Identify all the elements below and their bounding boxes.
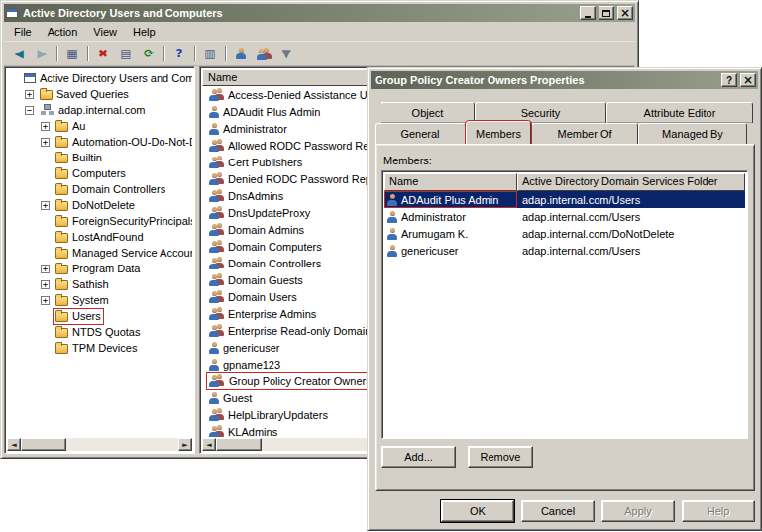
expand-toggle-icon[interactable]: −: [25, 106, 34, 115]
tab-managed-by[interactable]: Managed By: [638, 123, 747, 144]
menu-file[interactable]: File: [6, 24, 40, 40]
tab-attribute-editor[interactable]: Attribute Editor: [606, 102, 753, 123]
tree-scrollbar-track[interactable]: [66, 438, 178, 451]
member-row-adaudit-plus-admin[interactable]: ADAudit Plus Adminadap.internal.com/User…: [384, 191, 745, 208]
title-bar[interactable]: Active Directory Users and Computers: [4, 4, 635, 22]
expand-toggle-icon[interactable]: +: [41, 138, 50, 147]
tree-item-program-data[interactable]: +Program Data: [7, 261, 192, 276]
folder-icon: [40, 90, 53, 100]
tree-node: Domain Controllers: [54, 182, 167, 197]
list-item-content: Domain Admins: [207, 222, 306, 237]
tree-horizontal-scrollbar[interactable]: [7, 438, 192, 451]
member-row-genericuser[interactable]: genericuseradap.internal.com/Users: [384, 242, 745, 259]
tab-object[interactable]: Object: [381, 102, 475, 123]
tree-item-label: Computers: [72, 167, 126, 179]
member-folder-cell: adap.internal.com/Users: [517, 245, 745, 257]
list-item-label: DnsAdmins: [228, 190, 283, 202]
tree-item-users[interactable]: Users: [7, 308, 192, 324]
toolbar-forward-button[interactable]: ▶: [31, 44, 53, 63]
tree-node: DoNotDelete: [54, 198, 137, 213]
tree-item-tpm-devices[interactable]: TPM Devices: [7, 340, 192, 356]
toolbar-back-button[interactable]: ◀: [8, 44, 30, 63]
expand-toggle-icon[interactable]: +: [41, 265, 50, 273]
tree-scroll-left-button[interactable]: [7, 438, 21, 451]
toolbar-help-button[interactable]: ?: [168, 44, 190, 63]
menu-view[interactable]: View: [85, 24, 125, 40]
remove-button[interactable]: Remove: [468, 446, 533, 468]
members-list: Name Active Directory Domain Services Fo…: [381, 170, 748, 439]
tree-item-automation-ou-do-not-delete[interactable]: +Automation-OU-Do-Not-Delete: [7, 134, 192, 150]
minimize-button[interactable]: [580, 6, 596, 20]
user-icon: [209, 342, 219, 354]
tree-node: TPM Devices: [54, 341, 139, 356]
group-icon: [209, 189, 224, 202]
member-folder-cell: adap.internal.com/Users: [517, 211, 745, 223]
toolbar-separator: [87, 46, 88, 61]
toolbar-properties-button[interactable]: ▤: [115, 44, 137, 63]
group-icon-figure: [209, 409, 219, 421]
tree-item-active-directory-users-and-computers[interactable]: Active Directory Users and Computers: [7, 70, 192, 86]
expand-toggle-icon[interactable]: +: [25, 90, 34, 99]
tree-item-lostandfound[interactable]: LostAndFound: [7, 229, 192, 245]
apply-button[interactable]: Apply: [601, 500, 675, 522]
add-button[interactable]: Add...: [381, 446, 456, 468]
tree-item-managed-service-accounts[interactable]: Managed Service Accounts: [7, 245, 192, 261]
tree-scroll-right-button[interactable]: [178, 438, 192, 451]
tree-item-ntds-quotas[interactable]: NTDS Quotas: [7, 324, 192, 340]
help-button[interactable]: Help: [682, 500, 755, 522]
toolbar-show-console-tree-button[interactable]: ▦: [61, 44, 83, 63]
toolbar-delete-button[interactable]: ✖: [92, 44, 114, 63]
cancel-button[interactable]: Cancel: [521, 500, 595, 522]
toolbar-set-filter-button[interactable]: ▼: [275, 44, 297, 63]
expand-toggle-icon[interactable]: +: [41, 280, 50, 289]
tree-item-domain-controllers[interactable]: Domain Controllers: [7, 181, 192, 197]
list-scrollbar-thumb[interactable]: [216, 438, 262, 451]
member-row-administrator[interactable]: Administratoradap.internal.com/Users: [384, 208, 745, 225]
list-item-content: Access-Denied Assistance Users: [207, 87, 389, 102]
toolbar-add-group-button[interactable]: [253, 44, 274, 63]
maximize-button[interactable]: [599, 6, 614, 20]
dialog-close-button[interactable]: [740, 73, 756, 87]
member-row-arumugam-k[interactable]: Arumugam K.adap.internal.com/DoNotDelete: [384, 225, 745, 242]
tree-scrollbar-thumb[interactable]: [21, 438, 66, 451]
tree-item-builtin[interactable]: Builtin: [7, 150, 192, 165]
tree-item-sathish[interactable]: +Sathish: [7, 276, 192, 292]
toolbar-export-list-button[interactable]: ▥: [199, 44, 221, 63]
group-icon: [209, 374, 224, 387]
tree-item-donotdelete[interactable]: +DoNotDelete: [7, 197, 192, 213]
tree-node: Managed Service Accounts: [54, 246, 192, 261]
group-icon-figure: [257, 49, 267, 60]
tree-item-adap-internal-com[interactable]: −adap.internal.com: [7, 102, 192, 118]
tab-members[interactable]: Members: [466, 121, 531, 145]
expand-toggle-icon[interactable]: +: [41, 296, 50, 305]
group-icon-figure: [209, 173, 219, 185]
list-item-label: KLAdmins: [228, 426, 277, 438]
menu-help[interactable]: Help: [125, 24, 163, 40]
tree-item-system[interactable]: +System: [7, 292, 192, 308]
member-name-label: Administrator: [401, 211, 466, 223]
toolbar-refresh-button[interactable]: ⟳: [138, 44, 160, 63]
tab-general[interactable]: General: [375, 123, 466, 144]
tree-item-computers[interactable]: Computers: [7, 165, 192, 181]
user-icon: [387, 228, 397, 240]
dialog-title-bar[interactable]: Group Policy Creator Owners Properties: [371, 71, 758, 89]
member-name-cell: Administrator: [384, 208, 517, 225]
ok-button[interactable]: OK: [441, 500, 514, 522]
list-item-content: Group Policy Creator Owners: [207, 373, 369, 389]
dialog-help-button[interactable]: [721, 73, 737, 87]
tab-security[interactable]: Security: [475, 102, 606, 123]
toolbar-add-user-button[interactable]: [230, 44, 252, 63]
expand-toggle-icon[interactable]: +: [41, 201, 50, 210]
tree-item-au[interactable]: +Au: [7, 118, 192, 134]
members-name-column-header[interactable]: Name: [384, 173, 517, 191]
member-folder-cell: adap.internal.com/Users: [517, 194, 745, 206]
menu-bar: FileActionViewHelp: [4, 22, 635, 42]
members-folder-column-header[interactable]: Active Directory Domain Services Folder: [517, 173, 745, 191]
tab-member-of[interactable]: Member Of: [531, 123, 638, 144]
menu-action[interactable]: Action: [40, 24, 86, 40]
tree-item-foreignsecurityprincipals[interactable]: ForeignSecurityPrincipals: [7, 213, 192, 229]
tree-item-saved-queries[interactable]: +Saved Queries: [7, 86, 192, 102]
list-scroll-left-button[interactable]: [202, 438, 216, 451]
expand-toggle-icon[interactable]: +: [41, 122, 50, 131]
close-button[interactable]: [617, 6, 633, 20]
